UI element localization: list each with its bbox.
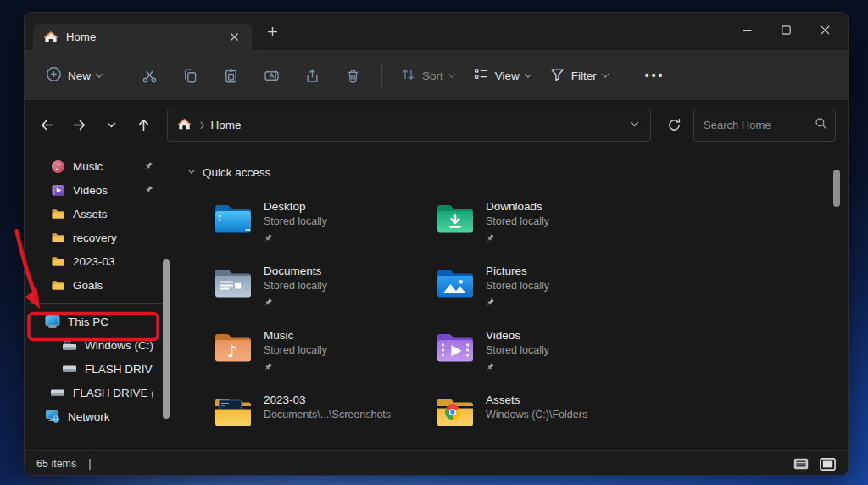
pin-icon — [144, 162, 153, 171]
view-button-label: View — [495, 70, 520, 82]
tab-home[interactable]: Home — [33, 24, 252, 50]
folder-icon — [50, 254, 65, 269]
sidebar-item-label: Network — [68, 410, 110, 423]
forward-button[interactable] — [64, 111, 94, 140]
item-name: Assets — [486, 393, 587, 406]
pin-icon — [486, 360, 549, 371]
view-toggles — [791, 455, 837, 472]
sidebar-item-network[interactable]: Network — [25, 404, 170, 428]
quick-access-tile-music[interactable]: ♪ Music Stored locally — [213, 328, 435, 393]
search-input[interactable] — [704, 119, 815, 131]
sidebar-item-windows-c[interactable]: Windows (C:) — [25, 333, 170, 357]
quick-access-tile-desktop[interactable]: Desktop Stored locally — [213, 199, 435, 264]
details-view-icon — [793, 458, 809, 470]
tab-title: Home — [66, 31, 215, 43]
drive-icon — [62, 361, 77, 376]
status-divider — [89, 459, 91, 470]
sidebar-item-label: This PC — [68, 315, 108, 328]
cut-button[interactable] — [129, 59, 170, 92]
videos-badge-icon — [50, 182, 65, 198]
copy-icon — [182, 68, 198, 84]
arrow-right-icon — [71, 117, 87, 133]
new-button[interactable]: New — [36, 59, 111, 92]
sidebar-list: ♪ Music Videos Assets recovery 2023-03 G… — [25, 154, 170, 428]
sidebar-item-2023-03[interactable]: 2023-03 — [25, 249, 170, 273]
filter-button-label: Filter — [571, 70, 597, 82]
breadcrumb-chevron-icon — [198, 122, 204, 129]
large-icons-view-icon — [820, 458, 836, 471]
sort-button[interactable]: Sort — [391, 59, 464, 92]
filter-funnel-icon — [549, 66, 565, 85]
pin-icon — [486, 296, 549, 306]
toolbar-separator — [381, 64, 382, 87]
delete-button[interactable] — [332, 59, 373, 92]
search-box[interactable] — [693, 109, 836, 142]
chevron-down-icon — [602, 70, 609, 77]
pin-icon — [486, 231, 549, 242]
sidebar-item-assets[interactable]: Assets — [25, 202, 170, 226]
main-scrollbar[interactable] — [833, 170, 840, 207]
tab-strip: Home — [25, 13, 848, 50]
address-dropdown-icon[interactable] — [629, 119, 640, 132]
sidebar-item-flash-drive-d[interactable]: FLASH DRIVE (D:) — [25, 381, 170, 404]
item-subtitle: Windows (C:)\Folders — [486, 409, 587, 421]
filter-button[interactable]: Filter — [540, 59, 617, 92]
quick-access-tile-videos[interactable]: Videos Stored locally — [435, 328, 657, 393]
sidebar-item-label: 2023-03 — [73, 255, 115, 268]
sidebar-scrollbar[interactable] — [163, 259, 170, 419]
back-button[interactable] — [31, 111, 62, 140]
sidebar-item-videos[interactable]: Videos — [25, 178, 170, 202]
quick-access-header[interactable]: Quick access — [189, 164, 848, 181]
maximize-button[interactable] — [766, 13, 805, 47]
sidebar-item-flash-drive-d[interactable]: FLASH DRIVE (D: — [25, 357, 170, 381]
quick-access-tile-downloads[interactable]: Downloads Stored locally — [435, 199, 657, 264]
folder-icon — [50, 230, 65, 245]
quick-access-tile-pictures[interactable]: Pictures Stored locally — [435, 264, 657, 328]
paste-button[interactable] — [210, 59, 251, 92]
recent-locations-button[interactable] — [96, 111, 126, 140]
folder-screenshot-icon — [213, 394, 253, 428]
new-button-label: New — [68, 70, 91, 82]
item-name: Documents — [264, 265, 327, 277]
sidebar-item-label: FLASH DRIVE (D:) — [73, 387, 153, 399]
details-view-button[interactable] — [791, 455, 811, 472]
sidebar-divider — [30, 303, 162, 304]
sidebar-item-goals[interactable]: Goals — [25, 273, 170, 297]
close-button[interactable] — [805, 13, 844, 47]
folder-videos-icon — [435, 330, 476, 364]
search-icon — [815, 117, 827, 133]
new-tab-button[interactable] — [259, 20, 286, 43]
copy-button[interactable] — [170, 59, 210, 92]
home-icon — [43, 30, 58, 45]
minimize-button[interactable] — [727, 13, 766, 47]
svg-text:♪: ♪ — [227, 342, 237, 360]
quick-access-tile-documents[interactable]: Documents Stored locally — [213, 264, 435, 328]
address-bar[interactable]: Home — [167, 109, 651, 142]
view-button[interactable]: View — [464, 59, 540, 92]
quick-access-tile-assets[interactable]: Assets Windows (C:)\Folders — [435, 393, 657, 457]
item-subtitle: Stored locally — [486, 344, 549, 356]
item-subtitle: Stored locally — [486, 215, 549, 227]
share-button[interactable] — [292, 59, 332, 92]
refresh-button[interactable] — [658, 111, 690, 140]
tab-close-icon[interactable] — [223, 27, 245, 47]
file-explorer-window: Home New — [24, 12, 849, 476]
up-button[interactable] — [128, 111, 159, 140]
large-icons-view-button[interactable] — [817, 455, 837, 472]
rename-button[interactable] — [251, 59, 292, 92]
quick-access-tile-2023-03[interactable]: 2023-03 Documents\...\Screenshots — [213, 393, 435, 457]
folder-desktop-icon — [213, 201, 253, 235]
window-controls — [727, 13, 844, 48]
sidebar-item-music[interactable]: ♪ Music — [25, 154, 170, 178]
chevron-down-icon — [188, 166, 195, 173]
sidebar-item-recovery[interactable]: recovery — [25, 226, 170, 249]
sidebar-item-this-pc[interactable]: This PC — [25, 309, 170, 333]
item-subtitle: Stored locally — [486, 280, 549, 292]
sidebar-item-label: Assets — [73, 208, 108, 220]
item-name: Music — [264, 329, 327, 342]
toolbar-separator — [120, 64, 120, 87]
breadcrumb-path[interactable]: Home — [211, 119, 242, 131]
item-name: Videos — [486, 329, 549, 342]
more-options-button[interactable]: ••• — [635, 69, 676, 82]
sort-button-label: Sort — [422, 70, 443, 82]
